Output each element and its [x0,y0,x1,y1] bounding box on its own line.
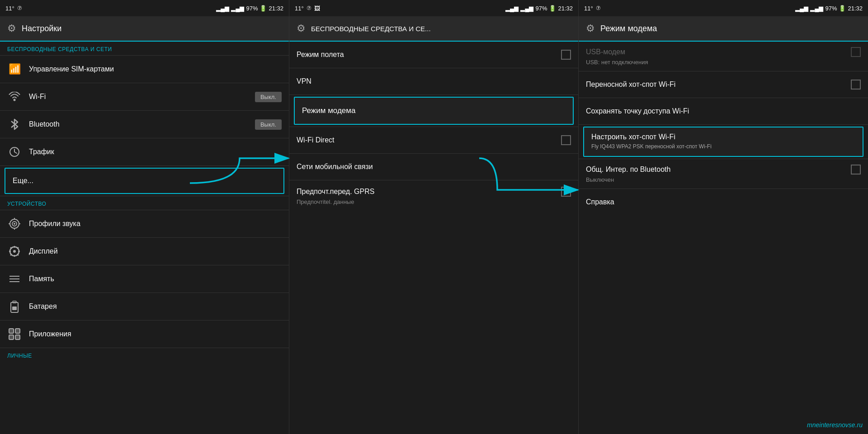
settings-item-hotspot[interactable]: Переносной хот-спот Wi-Fi [579,71,868,98]
settings-item-sound[interactable]: Профили звука [0,210,289,237]
signal-bars-1: ▂▄▆ [216,5,229,12]
hotspot-checkbox[interactable] [851,80,861,90]
settings-item-modem[interactable]: Режим модема [295,98,573,124]
settings-item-apps[interactable]: Приложения [0,321,289,348]
settings-item-wifidirect[interactable]: Wi-Fi Direct [289,127,578,153]
usbmodem-sub: USB: нет подключения [586,59,648,66]
svg-rect-28 [15,335,20,340]
confighotspot-highlighted-container: Настроить хот-спот Wi-Fi Fly IQ443 WPA2 … [583,127,863,157]
section-personal-1: ЛИЧНЫЕ [0,348,289,362]
modem-label: Режим модема [302,106,566,115]
status-bar-3: 11° ⑦ ▂▄▆ ▂▄▆ 97% 🔋 21:32 [579,0,868,16]
settings-item-btshare[interactable]: Общ. Интер. по Bluetooth Выключен [579,159,868,189]
display-icon [7,244,22,259]
status-left-1: 11° ⑦ [5,5,22,12]
divider-p2-2 [289,94,578,95]
sim-label: Управление SIM-картами [29,65,282,73]
signal-bars-5: ▂▄▆ [795,5,808,12]
sound-label: Профили звука [29,220,282,228]
bluetooth-label: Bluetooth [29,120,248,128]
header-title-2: БЕСПРОВОДНЫЕ СРЕДСТВА И СЕ... [311,25,431,33]
apps-label: Приложения [29,330,282,338]
memory-icon [7,272,22,286]
bluetooth-toggle[interactable]: Выкл. [255,119,282,130]
wifi-icon [7,90,22,104]
settings-item-display[interactable]: Дисплей [0,238,289,265]
settings-item-usbmodem[interactable]: USB-модем USB: нет подключения [579,42,868,71]
airplane-checkbox[interactable] [561,50,571,60]
gear-icon-1: ⚙ [7,23,16,34]
battery-icon [7,299,22,314]
sound-icon [7,217,22,231]
wifi-toggle[interactable]: Выкл. [255,92,282,102]
signal-icon-2: ⑦ [307,5,311,11]
battery-1: 97% [246,5,258,12]
settings-item-airplane[interactable]: Режим полета [289,42,578,68]
status-bar-1: 11° ⑦ ▂▄▆ ▂▄▆ 97% 🔋 21:32 [0,0,289,16]
savehotspot-label: Сохранять точку доступа Wi-Fi [586,107,861,115]
panel-2: 11° ⑦ 🖼 ▂▄▆ ▂▄▆ 97% 🔋 21:32 ⚙ БЕСПРОВОДН… [289,0,579,434]
sim-icon: 📶 [7,62,22,76]
time-1: 21:32 [269,5,283,12]
settings-item-help[interactable]: Справка [579,189,868,215]
watermark: mneinteresnovse.ru [807,421,863,429]
wifidirect-label: Wi-Fi Direct [297,136,554,144]
status-right-1: ▂▄▆ ▂▄▆ 97% 🔋 21:32 [216,5,283,12]
vpn-label: VPN [297,77,571,85]
signal-bars-3: ▂▄▆ [505,5,519,12]
divider-p3-3 [579,124,868,125]
section-wireless-1: БЕСПРОВОДНЫЕ СРЕДСТВА И СЕТИ [0,42,289,55]
app-header-1: ⚙ Настройки [0,16,289,42]
modem-mode-highlighted-container: Режим модема [294,97,574,125]
settings-item-battery[interactable]: Батарея [0,293,289,320]
signal-icon-3: ⑦ [596,5,601,11]
svg-point-0 [14,99,16,101]
temp-2: 11° [295,5,304,12]
signal-bars-4: ▂▄▆ [520,5,533,12]
time-2: 21:32 [558,5,573,12]
traffic-icon [7,145,22,159]
apps-icon [7,327,22,341]
display-label: Дисплей [29,247,282,255]
signal-bars-6: ▂▄▆ [810,5,823,12]
btshare-sub: Выключен [586,176,614,183]
panel-1: 11° ⑦ ▂▄▆ ▂▄▆ 97% 🔋 21:32 ⚙ Настройки БЕ… [0,0,289,434]
panel-3: 11° ⑦ ▂▄▆ ▂▄▆ 97% 🔋 21:32 ⚙ Режим модема… [579,0,868,434]
settings-item-confighotspot[interactable]: Настроить хот-спот Wi-Fi Fly IQ443 WPA2 … [584,127,863,156]
hotspot-label: Переносной хот-спот Wi-Fi [586,80,844,89]
settings-item-mobile[interactable]: Сети мобильной связи [289,154,578,180]
settings-item-sim[interactable]: 📶 Управление SIM-картами [0,56,289,83]
battery-2: 97% [535,5,547,12]
btshare-label: Общ. Интер. по Bluetooth [586,165,851,174]
confighotspot-label: Настроить хот-спот Wi-Fi [591,133,675,141]
usbmodem-checkbox[interactable] [851,47,861,57]
status-right-3: ▂▄▆ ▂▄▆ 97% 🔋 21:32 [795,5,863,12]
app-header-3: ⚙ Режим модема [579,16,868,42]
settings-item-more[interactable]: Еще... [5,168,284,194]
divider-5 [0,165,289,166]
memory-label: Память [29,275,282,283]
btshare-checkbox[interactable] [851,165,861,175]
status-bar-2: 11° ⑦ 🖼 ▂▄▆ ▂▄▆ 97% 🔋 21:32 [289,0,578,16]
settings-item-traffic[interactable]: Трафик [0,138,289,165]
photo-icon-2: 🖼 [314,5,320,12]
bluetooth-icon [7,117,22,132]
settings-item-savehotspot[interactable]: Сохранять точку доступа Wi-Fi [579,98,868,124]
svg-rect-26 [15,329,20,333]
help-label: Справка [586,198,861,206]
settings-item-memory[interactable]: Память [0,265,289,292]
battery-3: 97% [825,5,837,12]
signal-icon-1: ⑦ [17,5,22,11]
settings-item-vpn[interactable]: VPN [289,68,578,94]
section-device-1: УСТРОЙСТВО [0,196,289,210]
settings-item-wifi[interactable]: Wi-Fi Выкл. [0,83,289,110]
gprs-checkbox[interactable] [561,187,571,197]
svg-rect-24 [12,307,17,310]
settings-item-gprs[interactable]: Предпочт.перед. GPRS Предпочтitel. данны… [289,180,578,212]
settings-item-bluetooth[interactable]: Bluetooth Выкл. [0,111,289,138]
battery-icon-1: 🔋 [259,5,267,12]
time-3: 21:32 [848,5,863,12]
mobile-label: Сети мобильной связи [297,163,571,171]
traffic-label: Трафик [29,148,282,156]
wifidirect-checkbox[interactable] [561,135,571,145]
